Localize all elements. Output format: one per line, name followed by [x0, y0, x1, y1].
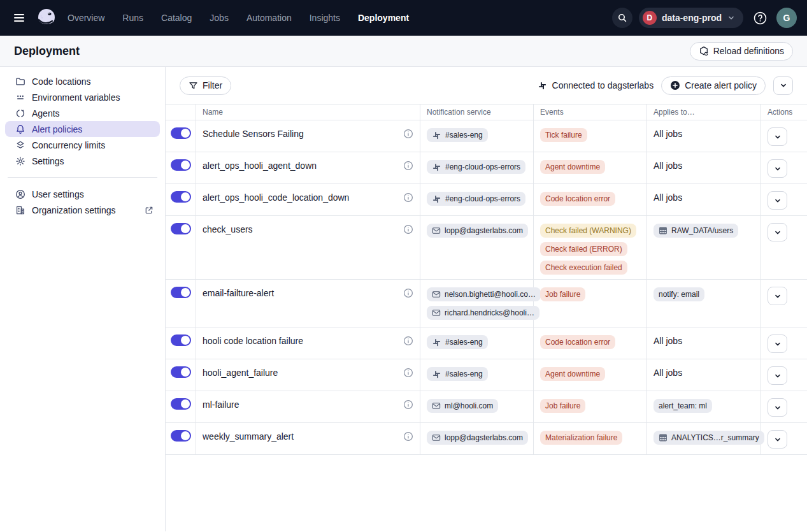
notification-service-cell: lopp@dagsterlabs.com [420, 423, 534, 454]
policy-enabled-toggle[interactable] [171, 334, 191, 346]
topnav-item-runs[interactable]: Runs [122, 13, 143, 23]
gear-icon [15, 156, 25, 166]
row-actions-button[interactable] [768, 191, 787, 210]
applies-to-value: RAW_DATA/users [671, 226, 733, 235]
search-button[interactable] [612, 8, 632, 28]
policy-name: alert_ops_hooli_code_location_down [203, 192, 349, 203]
name-cell: alert_ops_hooli_code_location_down [196, 184, 420, 215]
row-actions-button[interactable] [768, 398, 787, 417]
external-link-icon [145, 206, 154, 215]
actions-cell [761, 120, 807, 152]
toggle-knob [181, 431, 190, 440]
table-row: alert_ops_hooli_code_location_down #eng-… [166, 184, 807, 216]
table-body: Schedule Sensors Failing #sales-eng Tick… [166, 120, 807, 455]
toolbar-right-cluster: Connected to dagsterlabs Create alert po… [538, 76, 793, 95]
notification-target: ml@hooli.com [445, 401, 493, 410]
slack-icon [432, 194, 441, 204]
row-actions-button[interactable] [768, 223, 787, 241]
actions-cell [761, 359, 807, 391]
info-icon[interactable] [403, 288, 413, 298]
info-icon[interactable] [403, 399, 413, 410]
folder-icon [15, 76, 25, 87]
notification-badge: richard.hendricks@hooli… [427, 306, 539, 320]
applies-to-cell: All jobs [647, 359, 761, 391]
events-cell: Tick failure [534, 120, 647, 152]
user-avatar[interactable]: G [776, 8, 797, 28]
info-icon[interactable] [403, 368, 413, 378]
sidebar-item-user-settings[interactable]: User settings [5, 186, 160, 202]
name-cell: check_users [196, 216, 420, 279]
notification-target: nelson.bighetti@hooli.co… [445, 290, 536, 299]
notification-service-cell: #sales-eng [420, 120, 534, 152]
notification-target: richard.hendricks@hooli… [445, 308, 534, 317]
toggle-knob [181, 368, 190, 377]
row-actions-button[interactable] [768, 127, 787, 146]
topnav-item-catalog[interactable]: Catalog [161, 13, 192, 23]
sidebar-item-code-locations[interactable]: Code locations [5, 73, 160, 89]
organization-icon [15, 205, 25, 215]
policy-enabled-toggle[interactable] [171, 191, 191, 203]
name-cell: ml-failure [196, 391, 420, 422]
topnav-item-overview[interactable]: Overview [68, 13, 104, 23]
applies-to-badge: RAW_DATA/users [653, 224, 738, 238]
sidebar-item-concurrency-limits[interactable]: Concurrency limits [5, 137, 160, 153]
policy-name: hooli_agent_failure [203, 368, 278, 378]
event-tag: Job failure [540, 287, 585, 301]
asset-icon [659, 433, 668, 442]
row-actions-button[interactable] [768, 159, 787, 178]
notification-service-cell: ml@hooli.com [420, 391, 534, 422]
row-actions-button[interactable] [768, 366, 787, 385]
sidebar-item-organization-settings[interactable]: Organization settings [5, 202, 160, 218]
more-options-button[interactable] [773, 76, 793, 95]
help-icon [753, 11, 768, 25]
policy-enabled-toggle[interactable] [171, 287, 191, 298]
topnav-item-insights[interactable]: Insights [310, 13, 340, 23]
layers-icon [15, 140, 25, 150]
event-tag: Tick failure [540, 128, 587, 142]
topnav-item-automation[interactable]: Automation [246, 13, 292, 23]
policy-enabled-toggle[interactable] [171, 127, 191, 139]
table-row: Schedule Sensors Failing #sales-eng Tick… [166, 120, 807, 152]
policy-enabled-toggle[interactable] [171, 223, 191, 234]
info-icon[interactable] [403, 192, 413, 203]
policy-enabled-toggle[interactable] [171, 366, 191, 378]
help-button[interactable] [750, 8, 770, 28]
row-actions-button[interactable] [768, 430, 787, 449]
topnav-item-deployment[interactable]: Deployment [358, 13, 409, 23]
name-cell: email-failture-alert [196, 280, 420, 327]
create-alert-policy-button[interactable]: Create alert policy [661, 76, 766, 95]
events-cell: Materialization failure [534, 423, 647, 454]
policy-enabled-toggle[interactable] [171, 398, 191, 410]
row-actions-button[interactable] [768, 334, 787, 353]
sidebar-item-label: Alert policies [32, 124, 82, 134]
filter-label: Filter [203, 80, 222, 90]
policy-enabled-toggle[interactable] [171, 159, 191, 171]
sidebar-item-environment-variables[interactable]: Environment variables [5, 89, 160, 105]
info-icon[interactable] [403, 161, 413, 171]
toggle-cell [166, 423, 196, 454]
column-header-applies-to-: Applies to… [647, 104, 761, 120]
column-header-events: Events [534, 104, 647, 120]
sidebar-item-settings[interactable]: Settings [5, 153, 160, 169]
sidebar-item-alert-policies[interactable]: Alert policies [5, 121, 160, 137]
dagster-logo[interactable] [34, 6, 59, 30]
info-icon[interactable] [403, 224, 413, 234]
reload-definitions-button[interactable]: Reload definitions [690, 42, 793, 61]
sidebar-item-agents[interactable]: Agents [5, 105, 160, 121]
slack-icon [432, 338, 441, 347]
info-icon[interactable] [403, 336, 413, 346]
info-icon[interactable] [403, 129, 413, 139]
notification-service-cell: #eng-cloud-ops-errors [420, 184, 534, 215]
events-cell: Check failed (WARNING)Check failed (ERRO… [534, 216, 647, 279]
deployment-switcher[interactable]: D data-eng-prod [639, 8, 743, 28]
chevron-down-icon [727, 13, 736, 22]
hamburger-menu-icon[interactable] [10, 9, 28, 27]
events-cell: Code location error [534, 184, 647, 215]
notification-badge: lopp@dagsterlabs.com [427, 431, 528, 445]
row-actions-button[interactable] [768, 287, 787, 305]
topnav-item-jobs[interactable]: Jobs [210, 13, 229, 23]
policy-enabled-toggle[interactable] [171, 430, 191, 442]
info-icon[interactable] [403, 431, 413, 442]
filter-button[interactable]: Filter [180, 76, 231, 95]
policy-name: Schedule Sensors Failing [203, 129, 304, 139]
